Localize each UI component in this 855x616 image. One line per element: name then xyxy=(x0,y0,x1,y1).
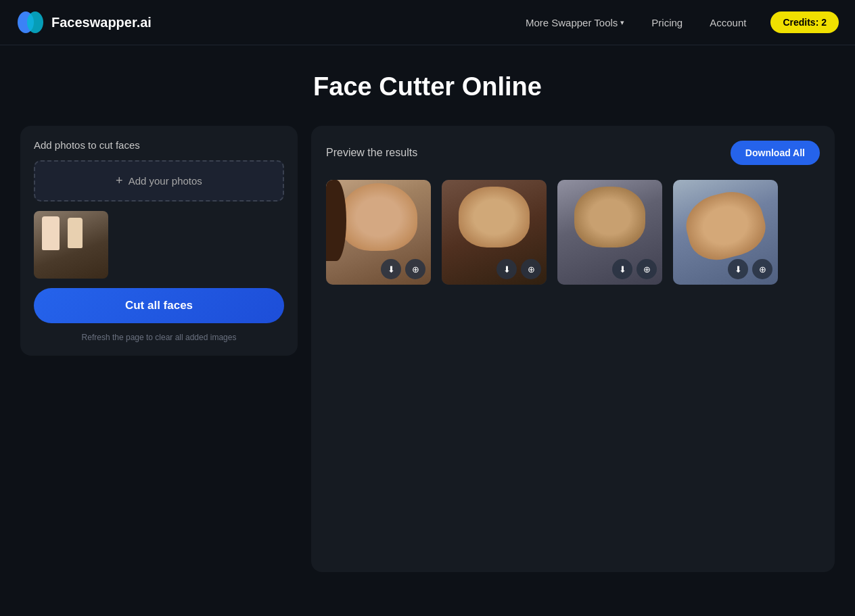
logo-container[interactable]: Faceswapper.ai xyxy=(16,8,515,37)
more-tools-link[interactable]: More Swapper Tools ▾ xyxy=(515,11,635,34)
zoom-icon: ⊕ xyxy=(759,264,766,275)
credits-button[interactable]: Credits: 2 xyxy=(770,11,839,33)
zoom-icon: ⊕ xyxy=(643,264,651,275)
face-4-zoom-button[interactable]: ⊕ xyxy=(752,259,772,279)
zoom-icon: ⊕ xyxy=(528,264,535,275)
cut-all-faces-button[interactable]: Cut all faces xyxy=(34,288,284,323)
uploaded-image xyxy=(34,211,108,279)
face-card-2: ⬇ ⊕ xyxy=(442,180,547,285)
page-title: Face Cutter Online xyxy=(20,72,835,101)
download-icon: ⬇ xyxy=(388,264,395,275)
faces-grid: ⬇ ⊕ ⬇ ⊕ xyxy=(326,180,820,285)
face-1-actions: ⬇ ⊕ xyxy=(381,259,425,279)
panels-container: Add photos to cut faces + Add your photo… xyxy=(20,126,835,572)
face-card-3: ⬇ ⊕ xyxy=(557,180,662,285)
navbar: Faceswapper.ai More Swapper Tools ▾ Pric… xyxy=(0,0,855,45)
pricing-link[interactable]: Pricing xyxy=(641,11,693,34)
preview-title: Preview the results xyxy=(326,147,417,159)
face-1-download-button[interactable]: ⬇ xyxy=(381,259,401,279)
face-2-zoom-button[interactable]: ⊕ xyxy=(521,259,541,279)
right-panel: Preview the results Download All ⬇ ⊕ xyxy=(311,126,835,572)
face-card-4: ⬇ ⊕ xyxy=(673,180,778,285)
logo-text: Faceswapper.ai xyxy=(51,15,152,30)
face-2-actions: ⬇ ⊕ xyxy=(496,259,541,279)
add-photos-label: Add your photos xyxy=(129,175,202,187)
svg-point-1 xyxy=(27,11,43,33)
download-all-button[interactable]: Download All xyxy=(731,141,820,165)
logo-icon xyxy=(16,8,45,37)
face-3-download-button[interactable]: ⬇ xyxy=(612,259,632,279)
face-4-actions: ⬇ ⊕ xyxy=(728,259,772,279)
left-panel-title: Add photos to cut faces xyxy=(34,139,284,151)
main-content: Face Cutter Online Add photos to cut fac… xyxy=(0,45,855,599)
nav-links: More Swapper Tools ▾ Pricing Account Cre… xyxy=(515,11,839,34)
right-panel-header: Preview the results Download All xyxy=(326,141,820,165)
download-icon: ⬇ xyxy=(619,264,626,275)
face-card-1: ⬇ ⊕ xyxy=(326,180,431,285)
zoom-icon: ⊕ xyxy=(412,264,419,275)
left-panel: Add photos to cut faces + Add your photo… xyxy=(20,126,298,356)
face-3-zoom-button[interactable]: ⊕ xyxy=(637,259,657,279)
download-icon: ⬇ xyxy=(503,264,511,275)
chevron-down-icon: ▾ xyxy=(620,18,624,27)
face-2-download-button[interactable]: ⬇ xyxy=(496,259,517,279)
refresh-hint: Refresh the page to clear all added imag… xyxy=(34,333,284,342)
face-1-zoom-button[interactable]: ⊕ xyxy=(405,259,425,279)
plus-icon: + xyxy=(116,174,123,188)
download-icon: ⬇ xyxy=(735,264,742,275)
face-3-actions: ⬇ ⊕ xyxy=(612,259,657,279)
add-photos-button[interactable]: + Add your photos xyxy=(34,160,284,202)
face-4-download-button[interactable]: ⬇ xyxy=(728,259,748,279)
account-link[interactable]: Account xyxy=(699,11,757,34)
